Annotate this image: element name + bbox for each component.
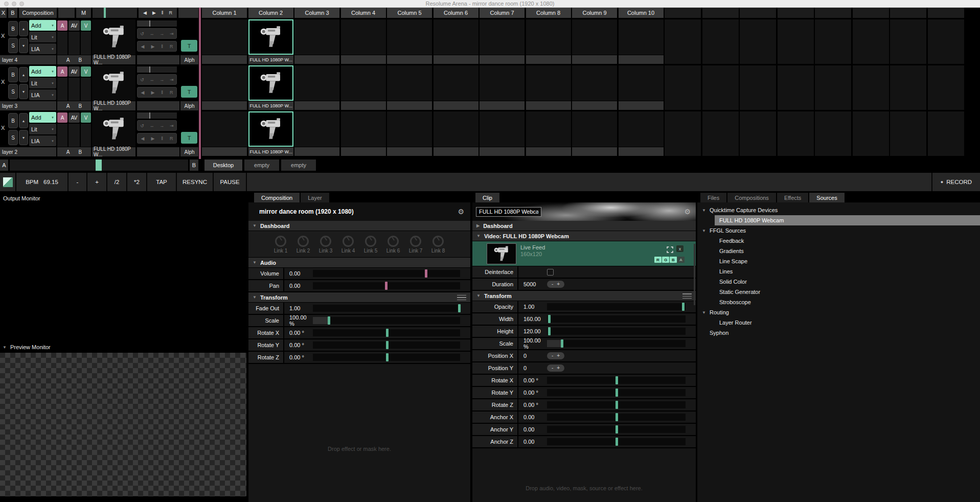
audio-toggle[interactable]: A (57, 66, 67, 77)
blend-mode-dropdown2[interactable]: Lit▼ (29, 124, 56, 134)
knob-icon[interactable] (432, 236, 444, 247)
bpm-value[interactable]: 69.15 (43, 179, 58, 185)
clip-name-input[interactable] (476, 207, 541, 217)
clip-cell-empty[interactable] (928, 65, 964, 110)
knob-icon[interactable] (410, 236, 421, 247)
dashboard-link-knob[interactable]: Link 4 (341, 236, 355, 254)
audio-toggle[interactable]: A (57, 112, 67, 123)
column-header[interactable]: Column 1 (202, 8, 247, 18)
slider-handle[interactable] (561, 339, 563, 348)
layer-x-button[interactable]: X (1, 79, 5, 85)
transport-icon[interactable]: ‖ (161, 136, 163, 141)
collapse-arrow-icon[interactable]: ▶ (476, 223, 480, 228)
property-value[interactable]: 0.00 ° (284, 327, 313, 338)
clip-cell-empty[interactable] (853, 19, 889, 64)
clip-cell[interactable] (387, 65, 432, 110)
crossfader-track[interactable] (10, 159, 188, 171)
loop-mode-icon[interactable]: ↔ (150, 123, 154, 128)
clip-cell[interactable] (202, 111, 247, 156)
hamburger-icon[interactable] (682, 293, 692, 299)
tree-item[interactable]: Lines (697, 266, 980, 277)
section-clip-dashboard[interactable]: ▶ Dashboard (472, 221, 696, 231)
gear-icon[interactable]: ⚙ (458, 208, 464, 216)
loop-mode-icon[interactable]: ↔ (150, 31, 154, 36)
composition-progress-strip[interactable] (93, 8, 137, 18)
loop-mode-icon[interactable]: → (159, 31, 164, 36)
tab-compositions[interactable]: Compositions (727, 193, 776, 202)
dashboard-link-knob[interactable]: Link 5 (364, 236, 378, 254)
loop-mode-icon[interactable]: ↔ (150, 77, 154, 82)
tree-item[interactable]: ▼ FFGL Sources (697, 225, 980, 236)
knob-icon[interactable] (343, 236, 354, 247)
property-value[interactable]: 0.00 ° (518, 375, 547, 386)
video-toggle[interactable]: V (81, 66, 91, 77)
bpm-button-resync[interactable]: RESYNC (177, 173, 213, 191)
dashboard-link-knob[interactable]: Link 6 (386, 236, 400, 254)
column-header[interactable]: Column 7 (480, 8, 525, 18)
slider-track[interactable] (313, 282, 460, 289)
slider-handle[interactable] (682, 303, 685, 311)
clip-cell[interactable] (619, 65, 664, 110)
slider-handle[interactable] (425, 269, 427, 278)
slider-handle[interactable] (616, 425, 618, 433)
clip-cell-empty[interactable] (740, 65, 776, 110)
bpm-button-pause[interactable]: PAUSE (214, 173, 246, 191)
layer-ab-cell[interactable]: AB (57, 147, 91, 156)
transport-icon[interactable]: ◀ (141, 44, 144, 49)
tree-item[interactable]: FULL HD 1080P Webcam (715, 215, 980, 225)
slider-handle[interactable] (548, 327, 551, 335)
collapse-arrow-icon[interactable]: ▼ (253, 223, 257, 228)
clip-cell-empty[interactable] (815, 65, 851, 110)
tab-composition[interactable]: Composition (254, 193, 300, 202)
property-value[interactable]: 0.00 ° (284, 352, 313, 363)
layer-x-button[interactable]: X (1, 33, 5, 39)
property-value[interactable]: 100.00 % (518, 338, 547, 349)
layer-clip-thumbnail[interactable] (92, 65, 135, 101)
layer-name[interactable]: layer 3 (0, 101, 56, 110)
slider-track[interactable] (313, 270, 460, 277)
slider-track[interactable] (313, 305, 460, 312)
transport-icon[interactable]: R (170, 136, 173, 141)
blend-mode-dropdown3[interactable]: LIA▼ (29, 89, 56, 100)
clip-cell[interactable] (480, 19, 525, 64)
blend-mode-dropdown2[interactable]: Lit▼ (29, 78, 56, 88)
transport-icon[interactable]: ‖ (162, 10, 164, 15)
knob-icon[interactable] (275, 236, 286, 247)
transport-icon[interactable]: R (170, 90, 173, 95)
bpm-button-tap[interactable]: TAP (147, 173, 176, 191)
layer-bypass-button[interactable]: B (8, 67, 18, 82)
slider-track[interactable] (313, 341, 460, 349)
section-audio[interactable]: ▼ Audio (248, 258, 470, 268)
clip-cell-empty[interactable] (890, 65, 926, 110)
slider-handle[interactable] (616, 376, 618, 384)
collapse-arrow-icon[interactable]: ▼ (253, 295, 257, 300)
clip-transport-row[interactable]: ◀▶‖R (137, 41, 177, 52)
clip-progress-strip[interactable] (137, 20, 177, 27)
property-value[interactable]: 0.00 (284, 268, 313, 279)
clip-cell-empty[interactable] (815, 19, 851, 64)
deck-tab[interactable]: empty (281, 159, 316, 171)
slider-handle[interactable] (328, 316, 330, 325)
transport-icon[interactable]: ‖ (161, 90, 163, 95)
layer-down-icon[interactable]: ▼ (19, 84, 28, 99)
clip-cell-empty[interactable] (702, 65, 739, 110)
layer-ab-cell[interactable]: AB (57, 55, 91, 64)
loop-mode-icon[interactable]: ⇥ (170, 31, 174, 36)
property-value[interactable]: 5000 (518, 279, 547, 290)
checkbox[interactable] (547, 269, 554, 276)
record-button[interactable]: ● RECORD (932, 173, 980, 191)
property-value[interactable]: 160.00 (518, 313, 547, 325)
collapse-arrow-icon[interactable]: ▼ (702, 208, 706, 213)
transport-icon[interactable]: ▶ (151, 136, 154, 141)
layer-alpha-label[interactable]: Alph (180, 101, 198, 110)
tree-item[interactable]: Layer Router (697, 317, 980, 328)
blend-mode-dropdown[interactable]: Add▼ (29, 20, 56, 31)
clip-cell[interactable] (341, 65, 386, 110)
property-value[interactable]: 0.00 (518, 436, 547, 447)
slider-track[interactable] (547, 377, 686, 384)
slider-handle[interactable] (386, 341, 389, 349)
preview-monitor-header[interactable]: ▼ Preview Monitor (0, 343, 247, 352)
transition-button[interactable]: T (181, 86, 197, 98)
clip-cell[interactable] (434, 65, 478, 110)
audiovisual-toggle[interactable]: AV (69, 20, 80, 31)
